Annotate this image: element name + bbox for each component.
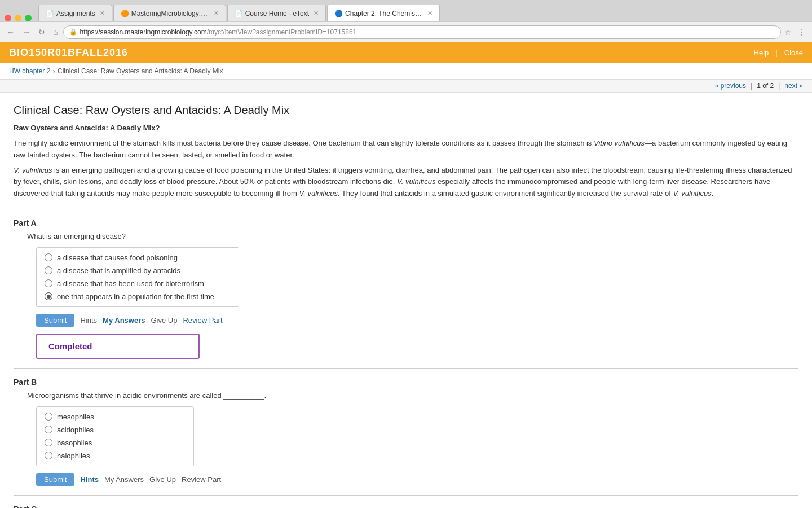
- part-c-section: Part C What effect do antacids have on s…: [14, 505, 798, 508]
- part-a-completed-text: Completed: [48, 341, 92, 351]
- part-a-radio-3[interactable]: [45, 279, 52, 287]
- pagination-bar: « previous | 1 of 2 | next »: [0, 80, 812, 93]
- part-c-label: Part C: [14, 505, 798, 508]
- part-b-radio-2[interactable]: [45, 426, 52, 433]
- part-a-radio-4[interactable]: [45, 292, 52, 300]
- part-b-option-3[interactable]: basophiles: [45, 439, 186, 447]
- address-bar[interactable]: 🔒 https://session.masteringmicrobiology.…: [63, 25, 781, 39]
- part-b-divider: [14, 368, 798, 369]
- part-a-option-3[interactable]: a disease that has been used for bioterr…: [45, 279, 231, 288]
- part-b-radio-1[interactable]: [45, 413, 52, 421]
- part-a-label: Part A: [14, 218, 798, 227]
- part-b-radio-3[interactable]: [45, 439, 52, 446]
- part-a-question: What is an emerging disease?: [27, 232, 798, 240]
- traffic-light-yellow[interactable]: [15, 15, 21, 21]
- page-title: Clinical Case: Raw Oysters and Antacids:…: [14, 104, 798, 117]
- part-a-option-4[interactable]: one that appears in a population for the…: [45, 292, 231, 301]
- part-a-radio-2[interactable]: [45, 266, 52, 274]
- close-link[interactable]: Close: [784, 49, 803, 57]
- bookmark-button[interactable]: ☆: [784, 28, 792, 37]
- part-a-option-1[interactable]: a disease that causes food poisoning: [45, 253, 231, 262]
- part-a-completed-box: Completed: [36, 334, 200, 359]
- part-a-option-2[interactable]: a disease that is amplified by antacids: [45, 266, 231, 275]
- url-text: https://session.masteringmicrobiology.co…: [80, 28, 356, 36]
- breadcrumb: HW chapter 2 › Clinical Case: Raw Oyster…: [0, 63, 812, 80]
- part-b-review-part[interactable]: Review Part: [182, 475, 221, 484]
- pagination-current: 1 of 2: [757, 82, 774, 90]
- part-b-action-row: Submit Hints My Answers Give Up Review P…: [36, 473, 798, 486]
- part-b-my-answers[interactable]: My Answers: [104, 475, 144, 484]
- back-button[interactable]: ←: [5, 27, 17, 38]
- part-c-divider: [14, 495, 798, 496]
- browser-tab-assignments[interactable]: 📄Assignments✕: [38, 5, 112, 21]
- part-b-radio-4[interactable]: [45, 452, 52, 459]
- part-b-hints[interactable]: Hints: [80, 475, 99, 484]
- part-b-give-up[interactable]: Give Up: [149, 475, 176, 484]
- main-content: Clinical Case: Raw Oysters and Antacids:…: [0, 93, 812, 508]
- help-link[interactable]: Help: [754, 49, 769, 57]
- part-a-my-answers[interactable]: My Answers: [103, 316, 145, 325]
- part-b-submit-button[interactable]: Submit: [36, 473, 74, 486]
- breadcrumb-separator: ›: [52, 67, 55, 76]
- intro-paragraph-2: V. vulnificus is an emerging pathogen an…: [14, 165, 798, 200]
- part-b-label: Part B: [14, 378, 798, 387]
- part-a-radio-1[interactable]: [45, 253, 52, 261]
- breadcrumb-current: Clinical Case: Raw Oysters and Antacids:…: [58, 67, 223, 75]
- part-a-submit-button[interactable]: Submit: [36, 314, 74, 327]
- reload-button[interactable]: ↻: [36, 27, 47, 38]
- browser-tab-course-home[interactable]: 📄Course Home - eText✕: [227, 5, 326, 21]
- part-a-give-up[interactable]: Give Up: [151, 316, 177, 325]
- part-a-hints[interactable]: Hints: [80, 316, 97, 325]
- breadcrumb-link[interactable]: HW chapter 2: [9, 67, 50, 75]
- part-b-question: Microorganisms that thrive in acidic env…: [27, 391, 798, 400]
- part-b-option-4[interactable]: halophiles: [45, 452, 186, 460]
- section-subtitle: Raw Oysters and Antacids: A Deadly Mix?: [14, 124, 798, 132]
- part-b-option-2[interactable]: acidophiles: [45, 426, 186, 434]
- app-header: BIO150R01BFALL2016 Help | Close: [0, 42, 812, 63]
- browser-tab-mastering[interactable]: 🟠MasteringMicrobiology: HW ch...✕: [113, 5, 226, 21]
- part-a-review-part[interactable]: Review Part: [183, 316, 222, 325]
- home-button[interactable]: ⌂: [51, 27, 60, 38]
- lock-icon: 🔒: [69, 28, 77, 36]
- part-a-answer-box: a disease that causes food poisoning a d…: [36, 247, 239, 307]
- traffic-light-red[interactable]: [5, 15, 11, 21]
- part-b-answer-box: mesophiles acidophiles basophiles haloph…: [36, 406, 194, 466]
- part-b-section: Part B Microorganisms that thrive in aci…: [14, 378, 798, 486]
- menu-button[interactable]: ⋮: [795, 27, 807, 38]
- browser-tab-chapter2[interactable]: 🔵Chapter 2: The Chemistry of M...✕: [327, 5, 440, 21]
- traffic-light-green[interactable]: [25, 15, 32, 21]
- part-a-section: Part A What is an emerging disease? a di…: [14, 218, 798, 359]
- app-title: BIO150R01BFALL2016: [9, 47, 128, 59]
- previous-link[interactable]: « previous: [715, 82, 746, 90]
- part-a-divider: [14, 209, 798, 209]
- header-links: Help | Close: [754, 49, 803, 57]
- forward-button[interactable]: →: [20, 27, 33, 38]
- next-link[interactable]: next »: [784, 82, 803, 90]
- intro-paragraph-1: The highly acidic environment of the sto…: [14, 138, 798, 161]
- part-a-action-row: Submit Hints My Answers Give Up Review P…: [36, 314, 798, 327]
- part-b-option-1[interactable]: mesophiles: [45, 413, 186, 421]
